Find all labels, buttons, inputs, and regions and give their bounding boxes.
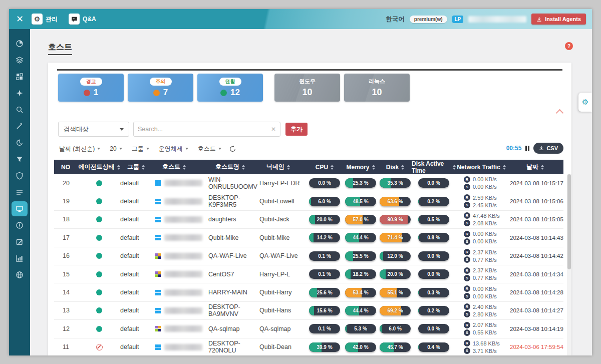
row-number: 15	[54, 265, 78, 283]
column-header-date[interactable]: 날짜	[507, 163, 563, 171]
pause-button[interactable]	[525, 146, 529, 151]
centos-icon	[155, 253, 161, 259]
send-badge: S	[464, 311, 470, 317]
column-header-nickname[interactable]: 닉네임	[259, 163, 307, 171]
receive-value: 0.00 KB/s	[473, 231, 497, 237]
usage-pill: 0.0 %	[418, 178, 449, 188]
table-scrollbar[interactable]	[567, 174, 571, 355]
warning-card[interactable]: 경고 1	[58, 74, 124, 102]
usage-pill: 20.0 %	[380, 269, 411, 279]
usage-pill: 6.0 %	[309, 197, 340, 206]
refresh-icon[interactable]	[229, 145, 236, 153]
cpu-cell: 0.1 %	[307, 247, 343, 265]
add-button[interactable]: 추가	[285, 123, 308, 136]
install-agents-label: Install Agents	[545, 16, 581, 22]
admin-menu-button[interactable]: ⚙ 관리	[32, 14, 58, 25]
search-input[interactable]	[138, 126, 269, 133]
table-row[interactable]: 16defaultQA-WAF-LiveQA-WAF-Live0.1 %25.5…	[54, 247, 563, 265]
disk-cell: 69.2 %	[379, 302, 412, 319]
table-row[interactable]: 18defaultdaughtersQubit-Jack20.0 %57.0 %…	[54, 211, 563, 229]
csv-label: CSV	[546, 145, 558, 151]
collapse-chevron-icon[interactable]	[557, 109, 562, 114]
column-header-network-traffic[interactable]: Network Traffic	[456, 164, 507, 171]
sidebar-item-list[interactable]	[12, 185, 28, 200]
help-icon[interactable]: ?	[565, 42, 573, 50]
filter-host[interactable]: 호스트	[198, 145, 221, 153]
usage-pill: 48.5 %	[345, 197, 376, 206]
windows-card[interactable]: 윈도우 10	[274, 74, 340, 102]
filter-label: 그룹	[132, 145, 144, 153]
sidebar-item-chart[interactable]	[12, 251, 28, 266]
sidebar-item-monitor[interactable]	[12, 201, 28, 216]
column-label: CPU	[316, 164, 328, 171]
scrollbar-thumb[interactable]	[567, 174, 571, 269]
table-row[interactable]: 20defaultWIN-ONRUL5UOOMVHarry-LP-EDR0.0 …	[54, 174, 563, 192]
send-value: 0.00 KB/s	[473, 238, 497, 244]
table-row[interactable]: 11defaultDESKTOP-720NOLUQubit-Dean39.9 %…	[54, 338, 563, 355]
send-value: 2.80 KB/s	[473, 311, 497, 317]
normal-card[interactable]: 원활 12	[197, 74, 263, 102]
send-value: 3.71 KB/s	[473, 348, 497, 354]
column-label: Network Traffic	[457, 164, 500, 171]
table-row[interactable]: 15defaultCentOS7Harry-LP-L0.1 %18.2 %20.…	[54, 265, 563, 283]
memory-cell: 48.5 %	[343, 192, 379, 210]
column-header-disk-active-time[interactable]: Disk Active Time	[412, 160, 456, 174]
qna-menu-button[interactable]: Q&A	[69, 14, 96, 25]
filter-page-size[interactable]: 20	[110, 145, 122, 153]
close-icon[interactable]: ✕	[16, 15, 24, 24]
wand-icon	[16, 122, 24, 130]
sidebar-item-filter[interactable]	[12, 152, 28, 167]
plan-badge: premium(w)	[410, 16, 447, 23]
os-card-count: 10	[302, 87, 312, 98]
settings-tab[interactable]: ⚙	[578, 93, 592, 112]
language-selector[interactable]: 한국어	[386, 15, 405, 24]
clear-search-icon[interactable]: ✕	[271, 126, 276, 133]
sidebar-item-edit[interactable]	[12, 234, 28, 249]
sidebar-item-shield[interactable]	[12, 168, 28, 183]
sidebar-item-modules[interactable]	[12, 69, 28, 84]
column-header-memory[interactable]: Memory	[343, 164, 379, 171]
sidebar-item-alert[interactable]	[12, 218, 28, 233]
table-row[interactable]: 19defaultDESKTOP-K9F3MR5Qubit-Lowell6.0 …	[54, 192, 563, 210]
usage-pill: 0.1 %	[309, 324, 340, 333]
status-dot	[153, 90, 160, 96]
disk-active-time-cell: 0.8 %	[412, 229, 456, 246]
csv-export-button[interactable]: CSV	[533, 143, 563, 154]
disk-cell: 71.4 %	[379, 229, 412, 246]
table-row[interactable]: 14defaultHARRY-MAINQubit-Harry25.6 %53.4…	[54, 283, 563, 301]
date-cell: 2024-03-08 10:14:27	[507, 302, 563, 319]
sidebar-item-history[interactable]	[12, 135, 28, 150]
column-header-host[interactable]: 호스트	[155, 163, 208, 171]
search-target-select[interactable]: 검색대상	[58, 122, 129, 137]
caution-card[interactable]: 주의 7	[128, 74, 193, 102]
sidebar-item-search[interactable]	[12, 102, 28, 117]
send-badge: S	[464, 329, 470, 336]
column-header-agent-status[interactable]: 에이전트상태	[78, 163, 120, 171]
send-value: 0.77 KB/s	[473, 275, 497, 281]
nickname-cell: Harry-LP-L	[259, 265, 307, 283]
column-header-group[interactable]: 그룹	[120, 163, 155, 171]
filter-os[interactable]: 운영체제	[159, 145, 188, 153]
masked-host-address	[164, 216, 202, 223]
hostname-cell: CentOS7	[208, 265, 259, 283]
usage-pill: 44.4 %	[345, 233, 376, 242]
search-target-label: 검색대상	[64, 125, 89, 134]
column-header-disk[interactable]: Disk	[379, 164, 412, 171]
table-row[interactable]: 13defaultDESKTOP-BA9MVNVQubit-Hans15.6 %…	[54, 302, 563, 320]
filter-group[interactable]: 그룹	[132, 145, 149, 153]
install-agents-button[interactable]: Install Agents	[531, 14, 586, 25]
usage-pill: 45.7 %	[380, 342, 411, 352]
sort-arrows-icon	[372, 165, 375, 170]
table-row[interactable]: 12defaultQA-sqlmapQA-sqlmap0.1 %5.3 %6.0…	[54, 320, 563, 338]
sidebar-item-globe[interactable]	[12, 267, 28, 282]
sidebar-item-sparkle[interactable]	[12, 86, 28, 101]
column-header-cpu[interactable]: CPU	[307, 164, 343, 171]
sidebar-item-layers[interactable]	[12, 53, 28, 68]
sidebar-item-dashboard[interactable]	[12, 36, 28, 51]
sidebar-item-wand[interactable]	[12, 119, 28, 134]
network-traffic-cell: R2.37 KB/sS0.77 KB/s	[456, 265, 507, 283]
column-header-hostname[interactable]: 호스트명	[208, 163, 259, 171]
table-row[interactable]: 17defaultQubit-MikeQubit-Mike14.2 %44.4 …	[54, 229, 563, 247]
linux-card[interactable]: 리눅스 10	[344, 74, 410, 102]
filter-sort[interactable]: 날짜 (최신순)	[59, 145, 100, 153]
